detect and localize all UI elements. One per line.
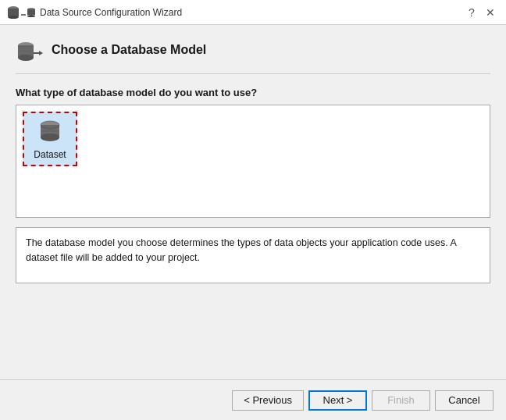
dataset-model-item[interactable]: Dataset: [23, 112, 77, 166]
finish-button: Finish: [372, 390, 430, 411]
title-bar-icon: [8, 6, 35, 19]
footer: < Previous Next > Finish Cancel: [0, 379, 506, 420]
section-label: What type of database model do you want …: [16, 87, 490, 98]
content-area: Choose a Database Model What type of dat…: [0, 25, 506, 379]
dataset-icon: [36, 118, 64, 146]
dataset-label: Dataset: [34, 149, 66, 160]
dialog-header: Choose a Database Model: [16, 37, 490, 74]
svg-marker-1: [39, 51, 43, 55]
help-button[interactable]: ?: [464, 5, 479, 20]
svg-point-9: [41, 133, 59, 141]
dialog-title: Choose a Database Model: [52, 43, 206, 57]
description-box: The database model you choose determines…: [16, 227, 490, 283]
title-bar: Data Source Configuration Wizard ? ✕: [0, 0, 506, 25]
close-button[interactable]: ✕: [483, 5, 498, 20]
model-list-box: Dataset: [16, 105, 490, 218]
cancel-button[interactable]: Cancel: [435, 390, 494, 411]
database-icon: [16, 37, 41, 62]
svg-point-4: [18, 55, 34, 61]
next-button[interactable]: Next >: [308, 390, 367, 411]
previous-button[interactable]: < Previous: [232, 390, 304, 411]
title-bar-title: Data Source Configuration Wizard: [40, 7, 182, 18]
